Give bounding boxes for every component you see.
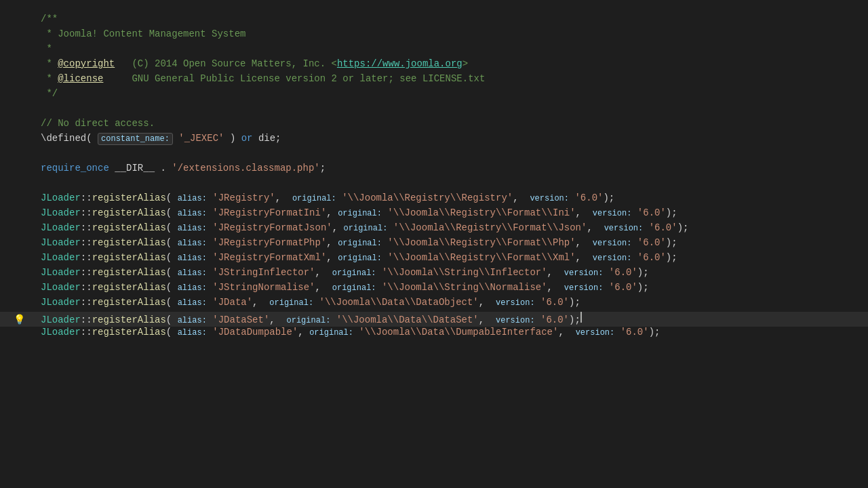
line-copyright: * @copyright (C) 2014 Open Source Matter… <box>0 58 868 73</box>
comment-license-text: GNU General Public License version 2 or … <box>103 73 485 84</box>
warning-icon: 💡 <box>14 314 25 325</box>
annotation-license: @license <box>58 73 103 84</box>
defined-or: or <box>241 133 253 144</box>
param-original-2: original: <box>338 209 382 218</box>
line-3: * <box>0 43 868 58</box>
param-original-6: original: <box>332 268 376 278</box>
jloader-version-6: '6.0' <box>609 267 637 278</box>
jloader-class-4: JLoader <box>41 237 81 248</box>
jloader-alias-6: 'JStringInflector' <box>212 267 315 278</box>
param-alias-1: alias: <box>178 194 207 203</box>
param-original-7: original: <box>332 283 376 293</box>
jloader-version-4: '6.0' <box>637 237 666 248</box>
param-alias-2: alias: <box>178 209 207 218</box>
jloader-line-2: JLoader::registerAlias( alias: 'JRegistr… <box>0 207 868 222</box>
jloader-line-6: JLoader::registerAlias( alias: 'JStringI… <box>0 267 868 282</box>
param-alias-6: alias: <box>178 268 207 278</box>
jloader-line-5: JLoader::registerAlias( alias: 'JRegistr… <box>0 252 868 267</box>
line-defined: \defined( constant_name: '_JEXEC' ) or d… <box>0 133 868 148</box>
jloader-line-3: JLoader::registerAlias( alias: 'JRegistr… <box>0 222 868 237</box>
defined-paren-open: ( <box>86 133 92 144</box>
comment-copyright-text: (C) 2014 Open Source Matters, Inc. < <box>115 58 337 69</box>
jloader-func-1: registerAlias <box>92 192 166 203</box>
param-alias-7: alias: <box>178 283 207 293</box>
jloader-alias-4: 'JRegistryFormatPhp' <box>212 237 326 248</box>
comment-open: /** <box>41 14 58 24</box>
jloader-class-10: JLoader <box>41 327 81 338</box>
jloader-version-2: '6.0' <box>637 207 666 218</box>
jloader-alias-10: 'JDataDumpable' <box>212 327 298 338</box>
jloader-original-8: '\\Joomla\\Data\\DataObject' <box>319 297 479 308</box>
defined-backslash: \ <box>41 133 46 144</box>
line-no-direct: // No direct access. <box>0 118 868 133</box>
jloader-class-7: JLoader <box>41 282 81 293</box>
comment-license-prefix: * <box>41 73 58 84</box>
line-empty-3 <box>0 178 868 192</box>
require-path: '/extensions.classmap.php' <box>172 163 319 174</box>
param-version-10: version: <box>576 328 615 338</box>
param-alias-5: alias: <box>178 253 207 263</box>
jloader-alias-2: 'JRegistryFormatIni' <box>212 207 326 218</box>
link-joomla[interactable]: https://www.joomla.org <box>337 58 462 69</box>
param-alias-3: alias: <box>178 224 207 233</box>
jloader-func-5: registerAlias <box>92 252 166 263</box>
param-alias-9: alias: <box>178 316 207 325</box>
jloader-func-9: registerAlias <box>92 314 166 325</box>
jloader-original-4: '\\Joomla\\Registry\\Format\\Php' <box>387 237 575 248</box>
param-version-4: version: <box>593 239 632 248</box>
param-alias-10: alias: <box>178 328 207 338</box>
jloader-func-3: registerAlias <box>92 222 166 233</box>
code-editor: /** * Joomla! Content Management System … <box>0 0 868 488</box>
annotation-copyright: @copyright <box>58 58 115 69</box>
param-original-8: original: <box>269 298 313 308</box>
jloader-line-1: JLoader::registerAlias( alias: 'JRegistr… <box>0 192 868 207</box>
jloader-original-7: '\\Joomla\\String\\Normalise' <box>382 282 547 293</box>
jloader-original-5: '\\Joomla\\Registry\\Format\\Xml' <box>387 252 575 263</box>
jloader-class-2: JLoader <box>41 207 81 218</box>
jloader-version-8: '6.0' <box>540 297 569 308</box>
param-original-4: original: <box>338 239 382 248</box>
line-require: require_once __DIR__ . '/extensions.clas… <box>0 163 868 178</box>
jloader-version-3: '6.0' <box>649 222 677 233</box>
jloader-version-9: '6.0' <box>540 314 569 325</box>
jloader-version-1: '6.0' <box>574 192 603 203</box>
text-cursor <box>580 312 582 323</box>
defined-die: die; <box>253 133 281 144</box>
param-alias-4: alias: <box>178 239 207 248</box>
require-keyword: require_once <box>41 163 109 174</box>
jloader-class-6: JLoader <box>41 267 81 278</box>
param-alias-8: alias: <box>178 298 207 308</box>
jloader-class-9: JLoader <box>41 314 81 325</box>
comment-close: */ <box>41 88 58 99</box>
require-dir: __DIR__ . <box>109 163 172 174</box>
param-version-1: version: <box>530 194 569 203</box>
jloader-original-2: '\\Joomla\\Registry\\Format\\Ini' <box>387 207 575 218</box>
jloader-sep-1: :: <box>81 192 92 203</box>
jloader-alias-3: 'JRegistryFormatJson' <box>212 222 332 233</box>
defined-keyword: defined <box>46 133 86 144</box>
jloader-version-5: '6.0' <box>637 252 666 263</box>
line-empty-1 <box>0 103 868 118</box>
line-comment-close: */ <box>0 88 868 103</box>
param-version-9: version: <box>496 316 535 325</box>
jloader-alias-8: 'JData' <box>212 297 252 308</box>
param-original-1: original: <box>292 194 336 203</box>
require-semi: ; <box>320 163 326 174</box>
jloader-original-10: '\\Joomla\\Data\\DumpableInterface' <box>359 327 558 338</box>
defined-tooltip: constant_name: <box>98 133 173 145</box>
jloader-line-9-highlighted: 💡 JLoader::registerAlias( alias: 'JDataS… <box>0 312 868 327</box>
comment-joomla: * Joomla! Content Management System <box>41 28 245 39</box>
jloader-func-6: registerAlias <box>92 267 166 278</box>
jloader-func-8: registerAlias <box>92 297 166 308</box>
param-version-5: version: <box>593 253 632 263</box>
jloader-class-8: JLoader <box>41 297 81 308</box>
comment-copyright-prefix: * <box>41 58 58 69</box>
line-1: /** <box>0 14 868 28</box>
param-version-8: version: <box>496 298 535 308</box>
param-original-10: original: <box>309 328 353 338</box>
jloader-original-3: '\\Joomla\\Registry\\Format\\Json' <box>393 222 587 233</box>
jloader-func-10: registerAlias <box>92 327 166 338</box>
jloader-version-10: '6.0' <box>620 327 649 338</box>
comment-no-direct: // No direct access. <box>41 118 155 129</box>
jloader-version-7: '6.0' <box>609 282 637 293</box>
